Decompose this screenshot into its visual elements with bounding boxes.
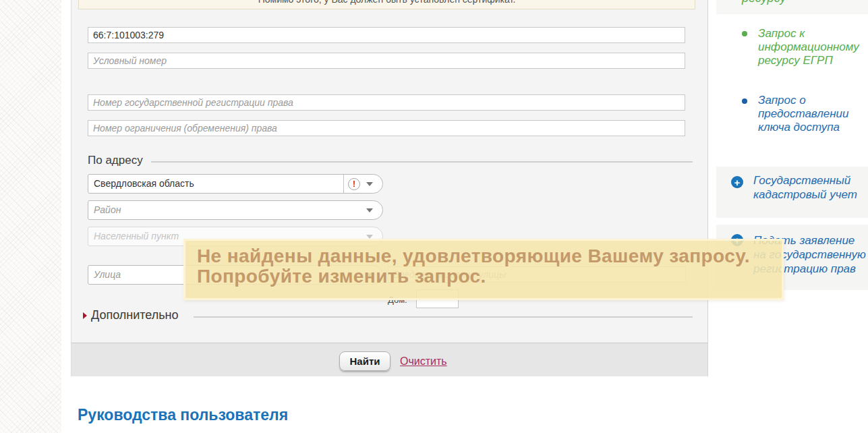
chevron-down-icon <box>366 235 373 239</box>
district-select-placeholder: Район <box>88 201 343 219</box>
sidebar-clipped-item-fragment: ресурсу <box>742 0 786 5</box>
clear-link[interactable]: Очистить <box>400 355 447 368</box>
additional-divider <box>194 316 693 318</box>
sidebar-item-cadastral-registration[interactable]: Государственный кадастровый учет <box>753 173 868 202</box>
alert-line-1: Не найдены данные, удовлетворяющие Вашем… <box>197 246 782 266</box>
restriction-number-input[interactable] <box>88 120 685 136</box>
address-section-title: По адресу <box>88 154 143 167</box>
district-select[interactable]: Район <box>88 200 383 220</box>
cadastral-number-input[interactable] <box>88 27 685 43</box>
find-button[interactable]: Найти <box>339 351 390 371</box>
certificate-notice: Помимо этого, у Вас должен быть установл… <box>78 0 695 9</box>
region-select-value: Свердловская область <box>88 175 343 193</box>
chevron-down-icon[interactable] <box>366 182 373 186</box>
triangle-right-icon <box>83 312 87 319</box>
sidebar-item-egrp-resource-request[interactable]: Запрос к информационному ресурсу ЕГРП <box>758 27 868 67</box>
region-select-controls: ! <box>343 175 382 193</box>
search-form-panel: Помимо этого, у Вас должен быть установл… <box>71 0 708 376</box>
sidebar: ресурсу Запрос к информационному ресурсу… <box>716 0 868 433</box>
form-footer: Найти Очистить <box>71 343 707 376</box>
no-results-alert: Не найдены данные, удовлетворяющие Вашем… <box>183 239 784 300</box>
certificate-notice-text: Помимо этого, у Вас должен быть установл… <box>258 0 516 5</box>
plus-circle-icon: + <box>731 176 743 188</box>
additional-label: Дополнительно <box>91 308 179 322</box>
user-guides-heading: Руководства пользователя <box>78 406 288 424</box>
registration-number-input[interactable] <box>88 94 685 111</box>
sidebar-top-block: ресурсу <box>716 0 868 14</box>
additional-expander[interactable]: Дополнительно <box>83 308 179 322</box>
sidebar-block-cadastral: + Государственный кадастровый учет <box>716 167 868 218</box>
warning-icon: ! <box>348 178 360 190</box>
sidebar-item-access-key-request[interactable]: Запрос о предоставлении ключа доступа <box>758 94 868 134</box>
blue-bullet-icon <box>742 98 747 104</box>
region-select[interactable]: Свердловская область ! <box>88 174 383 194</box>
address-section-divider <box>151 161 693 163</box>
page-left-texture <box>0 0 61 433</box>
chevron-down-icon[interactable] <box>366 208 373 212</box>
page: Помимо этого, у Вас должен быть установл… <box>0 0 868 433</box>
conditional-number-input[interactable] <box>88 53 685 69</box>
green-bullet-icon <box>742 31 747 36</box>
district-select-controls <box>343 201 382 219</box>
alert-line-2: Попробуйте изменить запрос. <box>197 266 782 287</box>
